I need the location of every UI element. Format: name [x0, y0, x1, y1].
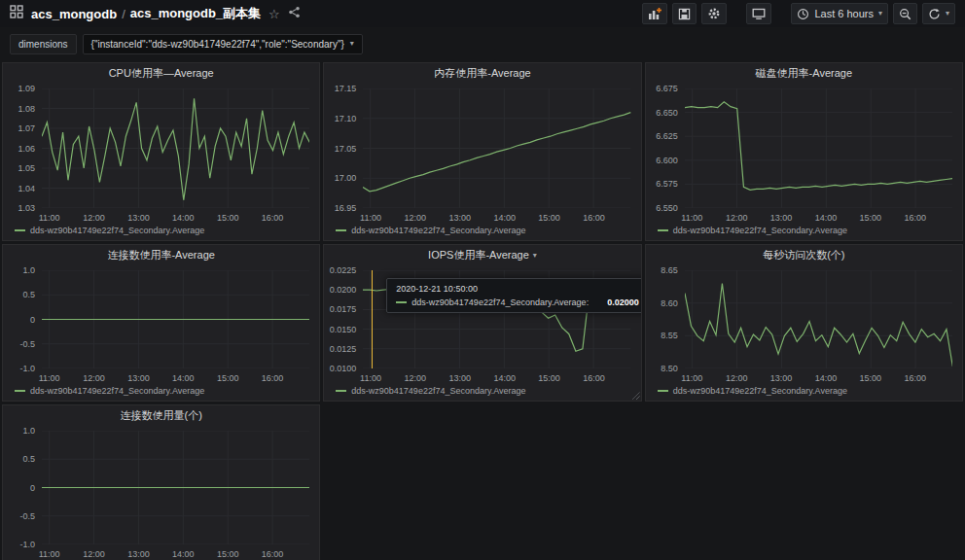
chart-area[interactable]: 8.658.608.558.50 11:0012:0013:0014:0015:…	[652, 266, 952, 384]
x-tick-label: 16:00	[904, 373, 926, 383]
x-tick-label: 12:00	[726, 373, 748, 383]
series-color-dash-icon	[15, 229, 25, 231]
y-axis: 1.00.50-0.5-1.0	[9, 431, 40, 544]
y-tick-label: -0.5	[19, 511, 35, 521]
legend-series-label[interactable]: dds-wz90b41749e22f74_Secondary.Average	[351, 226, 525, 235]
y-tick-label: 1.04	[18, 184, 35, 193]
panel-title-text: 内存使用率-Average	[434, 66, 530, 81]
y-tick-label: 16.95	[335, 203, 357, 213]
line-chart	[42, 88, 309, 208]
series-color-dash-icon	[658, 229, 668, 231]
panel-title-text: 每秒访问次数(个)	[763, 248, 844, 262]
zoom-out-button[interactable]	[893, 3, 917, 24]
legend: dds-wz90b41749e22f74_Secondary.Average	[3, 224, 319, 240]
panel-title[interactable]: CPU使用率—Average	[3, 63, 319, 84]
refresh-interval-chevron-icon[interactable]: ▾	[946, 10, 949, 18]
x-tick-label: 16:00	[583, 213, 605, 223]
panel-title-text: 磁盘使用率-Average	[756, 66, 852, 81]
chart-area[interactable]: 0.02250.02000.01750.01500.01250.0100 202…	[330, 266, 630, 384]
y-tick-label: 0.0100	[330, 364, 357, 373]
chevron-down-icon: ▾	[878, 10, 882, 18]
x-tick-label: 12:00	[83, 549, 105, 559]
x-tick-label: 16:00	[262, 549, 284, 559]
y-tick-label: 6.675	[656, 84, 678, 93]
x-tick-label: 16:00	[583, 373, 605, 383]
x-tick-label: 11:00	[360, 373, 381, 383]
panel-title-text: 连接数使用量(个)	[121, 408, 202, 423]
y-tick-label: -0.5	[19, 339, 35, 349]
legend-series-label[interactable]: dds-wz90b41749e22f74_Secondary.Average	[351, 386, 525, 396]
panel-title-text: IOPS使用率-Average	[428, 248, 529, 262]
chevron-down-icon: ▾	[350, 40, 354, 48]
y-axis: 0.02250.02000.01750.01500.01250.0100	[330, 270, 361, 368]
breadcrumb-dashboard[interactable]: acs_mongodb_副本集	[130, 5, 261, 22]
save-dashboard-button[interactable]	[672, 3, 697, 24]
line-chart	[42, 270, 309, 368]
breadcrumb-folder[interactable]: acs_mongodb	[31, 7, 117, 21]
y-tick-label: 1.0	[22, 426, 35, 436]
top-navbar: acs_mongodb / acs_mongodb_副本集 ☆ Last 6 h…	[0, 0, 965, 27]
x-tick-label: 11:00	[39, 213, 60, 223]
y-axis: 17.1517.1017.0517.0016.95	[330, 88, 361, 208]
y-tick-label: 0.0125	[330, 344, 357, 354]
panel-connection-count: 连接数使用量(个) 1.00.50-0.5-1.0 11:0012:0013:0…	[2, 404, 320, 560]
chart-area[interactable]: 6.6756.6506.6256.6006.5756.550 11:0012:0…	[652, 85, 952, 224]
settings-gear-icon[interactable]	[701, 3, 727, 24]
share-icon[interactable]	[288, 5, 301, 22]
panel-connection-usage-rate: 连接数使用率-Average 1.00.50-0.5-1.0 11:0012:0…	[2, 244, 320, 402]
star-icon[interactable]: ☆	[268, 8, 280, 20]
y-axis: 1.091.081.071.061.051.041.03	[9, 88, 40, 208]
panel-title[interactable]: IOPS使用率-Average ▾	[324, 245, 640, 265]
tooltip-value: 0.02000	[607, 298, 639, 307]
y-tick-label: 0.5	[22, 454, 35, 464]
y-tick-label: 0	[30, 483, 35, 493]
chart-area[interactable]: 1.00.50-0.5-1.0 11:0012:0013:0014:0015:0…	[9, 427, 309, 560]
tooltip-series-name: dds-wz90b41749e22f74_Secondary.Average:	[411, 298, 589, 307]
y-tick-label: 17.15	[335, 84, 357, 93]
refresh-button[interactable]: ▾	[922, 3, 955, 24]
panel-title[interactable]: 每秒访问次数(个)	[646, 245, 962, 265]
x-tick-label: 14:00	[172, 549, 195, 559]
tooltip-timestamp: 2020-12-21 10:50:00	[396, 284, 638, 294]
y-tick-label: 6.625	[656, 131, 678, 141]
x-tick-label: 16:00	[262, 213, 284, 223]
x-tick-label: 13:00	[770, 213, 793, 223]
panel-disk-usage: 磁盘使用率-Average 6.6756.6506.6256.6006.5756…	[645, 62, 963, 241]
x-tick-label: 15:00	[217, 213, 239, 223]
chart-area[interactable]: 17.1517.1017.0517.0016.95 11:0012:0013:0…	[330, 85, 630, 224]
y-tick-label: 17.10	[335, 114, 357, 123]
tv-mode-button[interactable]	[746, 3, 771, 24]
y-tick-label: 8.50	[661, 364, 678, 373]
y-tick-label: 6.600	[656, 156, 678, 165]
legend: dds-wz90b41749e22f74_Secondary.Average	[646, 384, 962, 401]
x-tick-label: 15:00	[217, 373, 239, 383]
chart-area[interactable]: 1.091.081.071.061.051.041.03 11:0012:001…	[9, 85, 309, 224]
x-tick-label: 14:00	[172, 213, 195, 223]
legend-series-label[interactable]: dds-wz90b41749e22f74_Secondary.Average	[673, 386, 847, 396]
legend-series-label[interactable]: dds-wz90b41749e22f74_Secondary.Average	[30, 386, 204, 396]
variable-value-dropdown[interactable]: {"instanceId":"dds-wz90b41749e22f74","ro…	[83, 34, 363, 54]
panel-title[interactable]: 连接数使用量(个)	[3, 405, 319, 426]
add-panel-button[interactable]	[642, 3, 667, 24]
panel-title[interactable]: 磁盘使用率-Average	[646, 63, 962, 84]
legend: dds-wz90b41749e22f74_Secondary.Average	[3, 384, 319, 401]
legend-series-label[interactable]: dds-wz90b41749e22f74_Secondary.Average	[30, 226, 204, 235]
x-tick-label: 15:00	[538, 213, 560, 223]
panel-title[interactable]: 内存使用率-Average	[324, 63, 640, 84]
time-range-picker[interactable]: Last 6 hours ▾	[791, 3, 888, 24]
dashboard-grid-icon[interactable]	[10, 5, 23, 22]
legend-series-label[interactable]: dds-wz90b41749e22f74_Secondary.Average	[673, 226, 847, 235]
x-tick-label: 12:00	[83, 373, 105, 383]
clock-icon	[797, 8, 809, 20]
y-tick-label: 6.550	[656, 203, 678, 213]
y-tick-label: 6.650	[656, 108, 678, 118]
crosshair-line	[372, 270, 373, 368]
y-tick-label: 1.09	[18, 84, 35, 93]
panel-menu-chevron-icon[interactable]: ▾	[533, 252, 537, 260]
x-tick-label: 12:00	[726, 213, 748, 223]
line-chart	[42, 431, 309, 544]
x-tick-label: 14:00	[815, 373, 838, 383]
chart-area[interactable]: 1.00.50-0.5-1.0 11:0012:0013:0014:0015:0…	[9, 266, 309, 384]
panel-title[interactable]: 连接数使用率-Average	[3, 245, 319, 265]
panel-cpu-usage: CPU使用率—Average 1.091.081.071.061.051.041…	[2, 62, 320, 241]
